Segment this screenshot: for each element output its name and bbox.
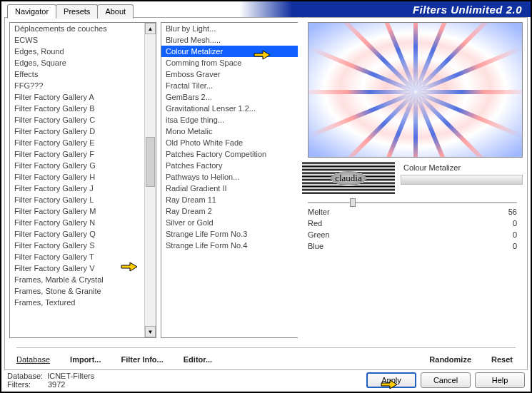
scroll-up-icon[interactable]: ▲ bbox=[145, 23, 156, 34]
preview-image bbox=[308, 22, 523, 158]
randomize-link[interactable]: Randomize bbox=[429, 355, 471, 364]
tab-strip: Navigator Presets About bbox=[7, 4, 133, 19]
filter-item[interactable]: Strange Life Form No.3 bbox=[161, 228, 298, 240]
brand-logo: claudia bbox=[302, 162, 395, 195]
filter-item[interactable]: Ray Dream 11 bbox=[161, 194, 298, 205]
tab-navigator[interactable]: Navigator bbox=[7, 4, 56, 19]
filter-item[interactable]: Blured Mesh..... bbox=[161, 34, 298, 46]
apply-button[interactable]: Apply bbox=[366, 372, 416, 388]
category-item[interactable]: Edges, Round bbox=[10, 46, 156, 57]
param-row: Blue0 bbox=[305, 240, 520, 252]
category-list[interactable]: Déplacements de couchesECWSEdges, RoundE… bbox=[9, 22, 156, 338]
bottom-links: Database Import... Filter Info... Editor… bbox=[16, 347, 516, 364]
slider-track[interactable] bbox=[308, 202, 517, 203]
category-item[interactable]: Filter Factory Gallery B bbox=[10, 103, 156, 114]
scroll-thumb[interactable] bbox=[146, 137, 155, 187]
param-row: Red0 bbox=[305, 218, 520, 229]
tab-about[interactable]: About bbox=[97, 4, 134, 19]
param-value: 0 bbox=[513, 219, 517, 228]
filter-item[interactable]: Emboss Graver bbox=[161, 68, 298, 80]
category-item[interactable]: Filter Factory Gallery N bbox=[10, 217, 156, 228]
filter-item[interactable]: GemBars 2... bbox=[161, 91, 298, 103]
category-item[interactable]: Filter Factory Gallery V bbox=[10, 262, 156, 274]
param-label: Red bbox=[308, 219, 322, 228]
category-item[interactable]: Edges, Square bbox=[10, 57, 156, 68]
category-item[interactable]: Frames, Marble & Crystal bbox=[10, 274, 156, 285]
category-item[interactable]: Filter Factory Gallery D bbox=[10, 126, 156, 137]
category-item[interactable]: Filter Factory Gallery F bbox=[10, 148, 156, 160]
filter-item[interactable]: Patches Factory Competition bbox=[161, 148, 298, 160]
category-item[interactable]: FFG??? bbox=[10, 80, 156, 91]
filter-title: Colour Metalizer bbox=[401, 162, 523, 173]
param-label: Green bbox=[308, 230, 330, 239]
param-value: 0 bbox=[513, 230, 517, 239]
filter-item[interactable]: Fractal Tiler... bbox=[161, 80, 298, 91]
filter-list[interactable]: Blur by Light...Blured Mesh.....Colour M… bbox=[161, 22, 298, 338]
tab-content: Déplacements de couchesECWSEdges, RoundE… bbox=[4, 17, 528, 370]
main-area: Déplacements de couchesECWSEdges, RoundE… bbox=[9, 22, 523, 338]
category-item[interactable]: Filter Factory Gallery L bbox=[10, 194, 156, 205]
scroll-down-icon[interactable]: ▼ bbox=[145, 326, 156, 337]
editor-link[interactable]: Editor... bbox=[184, 355, 212, 364]
filter-item[interactable]: Radial Gradient II bbox=[161, 183, 298, 194]
param-label: Melter bbox=[308, 208, 330, 216]
status-text: Database:ICNET-Filters Filters:3972 bbox=[7, 372, 94, 389]
category-item[interactable]: Effects bbox=[10, 68, 156, 80]
parameter-panel: Melter56Red0Green0Blue0 bbox=[305, 202, 520, 252]
app-title: Filters Unlimited 2.0 bbox=[413, 4, 522, 16]
filter-item[interactable]: Gravitational Lenser 1.2... bbox=[161, 103, 298, 114]
category-item[interactable]: Filter Factory Gallery J bbox=[10, 183, 156, 194]
filter-item[interactable]: Mono Metalic bbox=[161, 126, 298, 137]
filter-item[interactable]: Colour Metalizer bbox=[161, 46, 298, 57]
reset-link[interactable]: Reset bbox=[491, 355, 513, 364]
tab-presets[interactable]: Presets bbox=[56, 4, 98, 19]
logo-row: claudia Colour Metalizer bbox=[302, 162, 523, 195]
category-item[interactable]: Filter Factory Gallery M bbox=[10, 205, 156, 217]
filter-item[interactable]: Patches Factory bbox=[161, 160, 298, 171]
category-item[interactable]: Frames, Stone & Granite bbox=[10, 285, 156, 297]
category-item[interactable]: Déplacements de couches bbox=[10, 23, 156, 34]
filter-item[interactable]: Comming from Space bbox=[161, 57, 298, 68]
filter-item[interactable]: Old Photo White Fade bbox=[161, 137, 298, 148]
database-link[interactable]: Database bbox=[16, 355, 50, 364]
import-link[interactable]: Import... bbox=[70, 355, 101, 364]
filter-item[interactable]: Strange Life Form No.4 bbox=[161, 240, 298, 251]
filter-item[interactable]: itsa Edge thing... bbox=[161, 114, 298, 126]
category-item[interactable]: Filter Factory Gallery S bbox=[10, 240, 156, 251]
param-label: Blue bbox=[308, 242, 323, 250]
category-item[interactable]: Frames, Textured bbox=[10, 297, 156, 308]
category-item[interactable]: ECWS bbox=[10, 34, 156, 46]
filter-info-link[interactable]: Filter Info... bbox=[121, 355, 163, 364]
category-item[interactable]: Filter Factory Gallery C bbox=[10, 114, 156, 126]
cancel-button[interactable]: Cancel bbox=[421, 372, 471, 388]
filter-item[interactable]: Ray Dream 2 bbox=[161, 205, 298, 217]
category-scrollbar[interactable]: ▲ ▼ bbox=[144, 23, 156, 337]
category-item[interactable]: Filter Factory Gallery H bbox=[10, 171, 156, 183]
category-item[interactable]: Filter Factory Gallery G bbox=[10, 160, 156, 171]
param-value: 56 bbox=[508, 208, 517, 216]
footer: Database:ICNET-Filters Filters:3972 Appl… bbox=[7, 372, 525, 389]
help-button[interactable]: Help bbox=[475, 372, 525, 388]
filter-item[interactable]: Silver or Gold bbox=[161, 217, 298, 228]
param-value: 0 bbox=[513, 242, 517, 250]
param-row: Melter56 bbox=[305, 206, 520, 218]
button-row: Apply Cancel Help bbox=[366, 372, 525, 388]
category-item[interactable]: Filter Factory Gallery Q bbox=[10, 228, 156, 240]
category-item[interactable]: Filter Factory Gallery E bbox=[10, 137, 156, 148]
title-bar bbox=[401, 175, 523, 185]
slider-thumb[interactable] bbox=[350, 198, 356, 207]
brand-text: claudia bbox=[331, 171, 366, 185]
param-row: Green0 bbox=[305, 229, 520, 240]
filter-title-box: Colour Metalizer bbox=[401, 162, 523, 195]
filter-item[interactable]: Pathways to Helion... bbox=[161, 171, 298, 183]
filter-item[interactable]: Blur by Light... bbox=[161, 23, 298, 34]
category-item[interactable]: Filter Factory Gallery T bbox=[10, 251, 156, 262]
settings-pane: claudia Colour Metalizer Melter56Red0Gre… bbox=[302, 22, 523, 338]
category-item[interactable]: Filter Factory Gallery A bbox=[10, 91, 156, 103]
